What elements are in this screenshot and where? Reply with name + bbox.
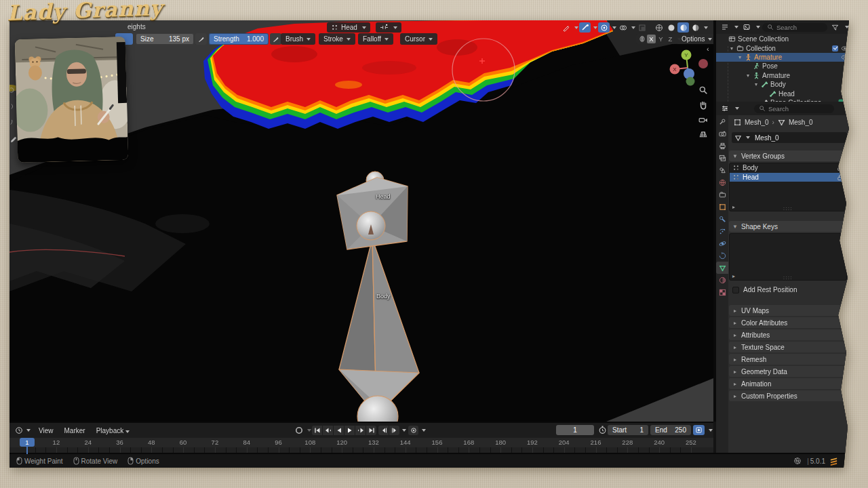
start-frame-field[interactable]: Start1 xyxy=(608,425,648,435)
ortho-grid-icon[interactable] xyxy=(698,129,708,138)
timeline-menu-view[interactable]: View xyxy=(39,427,54,434)
vertex-group-head[interactable]: Head xyxy=(730,173,846,182)
outliner-row-head[interactable]: Head xyxy=(716,89,852,98)
strength-pressure-icon[interactable] xyxy=(270,33,281,45)
timeline-editor-icon[interactable] xyxy=(13,426,24,436)
properties-tab-texture[interactable] xyxy=(716,286,728,298)
annotate-pencil-icon[interactable] xyxy=(10,136,18,143)
keying-toggle-dropdown[interactable] xyxy=(709,429,713,432)
keying-set-button[interactable] xyxy=(408,426,426,435)
properties-tab-particles[interactable] xyxy=(716,225,728,237)
sidebar-collapse-icon[interactable]: ‹ xyxy=(707,45,709,53)
properties-tab-modifiers[interactable] xyxy=(716,213,728,225)
outliner-row-armature[interactable]: ▾Armature xyxy=(716,71,852,80)
outliner-display-mode-icon[interactable] xyxy=(719,22,730,33)
outliner-search-input[interactable]: Search xyxy=(762,23,827,32)
overlays-icon[interactable] xyxy=(617,22,629,33)
filter-icon[interactable] xyxy=(829,22,841,33)
properties-tab-render[interactable] xyxy=(716,127,728,140)
lock-icon[interactable] xyxy=(836,174,844,181)
play-button[interactable] xyxy=(344,426,355,435)
collection-checkbox[interactable] xyxy=(832,45,838,52)
properties-tab-scene[interactable] xyxy=(716,164,728,176)
vertex-groups-panel-header[interactable]: ▼Vertex Groups xyxy=(729,150,847,161)
properties-tab-data[interactable] xyxy=(716,262,728,274)
shading-wireframe-icon[interactable] xyxy=(653,22,665,33)
shading-solid-icon[interactable] xyxy=(665,22,677,33)
properties-tab-physics[interactable] xyxy=(716,237,728,249)
outliner-row-pose[interactable]: Pose xyxy=(716,62,852,70)
mirror-axis-y[interactable]: Y xyxy=(656,35,665,43)
active-group-dropdown[interactable]: Head xyxy=(327,22,370,33)
jump-to-end-button[interactable] xyxy=(366,426,376,435)
mesh-name-field[interactable]: Mesh_0 xyxy=(732,132,847,143)
list-specials-icon[interactable]: ▸ xyxy=(732,273,735,279)
outliner-row-collection[interactable]: ▾Collection xyxy=(716,43,852,52)
timeline-ruler[interactable]: 1 12243648607284961081201321441561681801… xyxy=(9,438,713,447)
mirror-axis-z[interactable]: Z xyxy=(666,35,675,43)
step-forward-button[interactable] xyxy=(389,426,399,435)
properties-tab-world[interactable] xyxy=(716,176,728,188)
properties-tab-tool[interactable] xyxy=(716,115,728,127)
panel-remesh[interactable]: ▸Remesh xyxy=(729,354,847,365)
brush-size-slider[interactable]: Size135 px xyxy=(136,33,194,45)
visibility-eye-icon[interactable] xyxy=(841,45,848,52)
outliner-row-armature[interactable]: ▾Armature xyxy=(716,53,852,62)
list-resize-handle[interactable]: :::: xyxy=(783,275,793,280)
panel-uv-maps[interactable]: ▸UV Maps xyxy=(729,305,847,316)
properties-tab-collection[interactable] xyxy=(716,188,728,201)
panel-animation[interactable]: ▸Animation xyxy=(729,378,847,389)
navigation-gizmo[interactable]: Y X xyxy=(665,46,712,89)
weights-menu[interactable]: eights xyxy=(127,23,146,30)
list-specials-icon[interactable]: ▸ xyxy=(732,204,735,210)
outliner-row-body[interactable]: ▾Body xyxy=(716,80,852,89)
snap-icon[interactable] xyxy=(579,22,591,33)
properties-editor-icon[interactable] xyxy=(719,104,730,114)
shading-rendered-icon[interactable] xyxy=(690,22,701,33)
disclosure-icon[interactable]: ▾ xyxy=(753,81,760,87)
timeline-menu-marker[interactable]: Marker xyxy=(64,427,85,434)
outliner-row-scene-collection[interactable]: Scene Collection xyxy=(716,35,852,43)
panel-geometry-data[interactable]: ▸Geometry Data xyxy=(729,366,847,377)
network-offline-icon[interactable] xyxy=(793,457,802,465)
panel-custom-properties[interactable]: ▸Custom Properties xyxy=(729,390,847,401)
brush-strength-slider[interactable]: Strength1.000 xyxy=(209,33,269,45)
timeline-menu-playback[interactable]: Playback xyxy=(96,427,130,434)
pan-hand-icon[interactable] xyxy=(698,100,708,110)
properties-tab-material[interactable] xyxy=(716,274,728,286)
camera-view-icon[interactable] xyxy=(698,115,708,125)
breadcrumb-data[interactable]: Mesh_0 xyxy=(789,119,813,126)
play-reverse-button[interactable] xyxy=(334,426,344,435)
disclosure-icon[interactable]: ▾ xyxy=(728,45,735,52)
annotate-tool-icon[interactable] xyxy=(560,22,572,33)
next-keyframe-button[interactable] xyxy=(355,426,366,435)
properties-search-input[interactable]: Search xyxy=(754,104,834,113)
shape-keys-panel-header[interactable]: ▼Shape Keys xyxy=(729,221,847,232)
brush-dropdown[interactable]: Brush xyxy=(281,33,315,45)
properties-tab-constraints[interactable] xyxy=(716,249,728,262)
falloff-mode-dropdown[interactable] xyxy=(376,22,401,33)
cursor-dropdown[interactable]: Cursor xyxy=(400,33,437,45)
step-back-button[interactable] xyxy=(378,426,389,435)
disclosure-icon[interactable]: ▾ xyxy=(745,73,751,79)
playhead[interactable]: 1 xyxy=(20,438,35,447)
xray-icon[interactable] xyxy=(636,22,648,33)
panel-texture-space[interactable]: ▸Texture Space xyxy=(729,342,847,352)
disclosure-icon[interactable]: ▾ xyxy=(736,54,743,60)
proportional-editing-icon[interactable] xyxy=(598,22,610,33)
prev-keyframe-button[interactable] xyxy=(323,426,333,435)
zoom-icon[interactable] xyxy=(698,85,708,95)
visibility-eye-icon[interactable] xyxy=(841,54,848,61)
add-rest-position-checkbox[interactable] xyxy=(732,287,739,293)
properties-tab-view-layer[interactable] xyxy=(716,152,728,164)
breadcrumb-object[interactable]: Mesh_0 xyxy=(745,119,769,126)
falloff-dropdown[interactable]: Falloff xyxy=(358,33,393,45)
options-dropdown[interactable]: Options xyxy=(677,34,713,44)
size-pressure-icon[interactable] xyxy=(195,33,207,45)
properties-tab-object[interactable] xyxy=(716,201,728,213)
current-frame-field[interactable]: 1 xyxy=(556,425,594,435)
shading-material-icon[interactable] xyxy=(677,22,689,33)
panel-color-attributes[interactable]: ▸Color Attributes xyxy=(729,317,847,328)
lock-icon[interactable] xyxy=(836,164,844,171)
stroke-dropdown[interactable]: Stroke xyxy=(319,33,355,45)
